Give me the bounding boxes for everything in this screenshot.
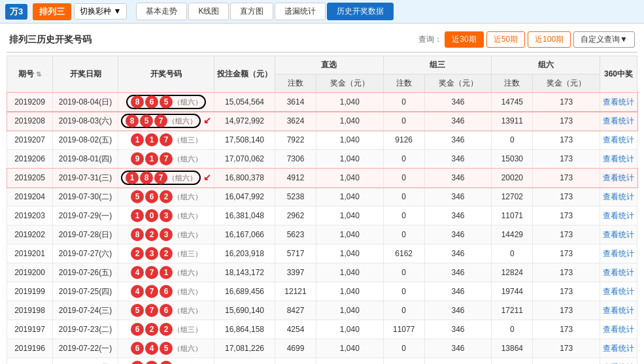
- view-stats-link[interactable]: 查看统计: [603, 287, 634, 296]
- cell-win[interactable]: 查看统计: [600, 263, 637, 282]
- number-ball: 2: [145, 323, 158, 336]
- cell-z6-zs: 14429: [492, 225, 533, 244]
- number-ball: 9: [160, 361, 173, 364]
- number-ball: 7: [160, 133, 173, 146]
- cell-z3-jj: 346: [424, 225, 492, 244]
- number-ball: 5: [131, 190, 144, 203]
- cell-number: 476（组六）: [118, 282, 214, 301]
- tab-kline[interactable]: K线图: [188, 3, 229, 20]
- group-label: （组三）: [173, 250, 202, 257]
- number-ball: 5: [131, 304, 144, 317]
- number-ball: 3: [160, 228, 173, 241]
- th-z6-jj: 奖金（元）: [533, 74, 600, 93]
- number-ball: 2: [131, 247, 144, 260]
- view-stats-link[interactable]: 查看统计: [603, 154, 634, 163]
- arrow-indicator: ↙: [203, 172, 211, 182]
- view-stats-link[interactable]: 查看统计: [603, 306, 634, 315]
- view-stats-link[interactable]: 查看统计: [603, 325, 634, 334]
- number-ball: 9: [131, 152, 144, 165]
- number-ball: 7: [154, 171, 167, 184]
- table-row: 2019207 2019-08-02(五) 117（组三） 17,508,140…: [7, 131, 637, 150]
- cell-win[interactable]: 查看统计: [600, 225, 637, 244]
- cell-z6-zs: 14745: [492, 93, 533, 112]
- cell-z3-zs: 0: [383, 207, 424, 225]
- view-stats-link[interactable]: 查看统计: [603, 97, 634, 107]
- cell-win[interactable]: 查看统计: [600, 207, 637, 225]
- cell-date: 2019-07-25(四): [53, 282, 118, 301]
- cell-win[interactable]: 查看统计: [600, 169, 637, 188]
- tab-history[interactable]: 历史开奖数据: [327, 3, 394, 20]
- cell-date: 2019-07-24(三): [53, 301, 118, 320]
- view-stats-link[interactable]: 查看统计: [603, 249, 634, 258]
- view-stats-link[interactable]: 查看统计: [603, 344, 634, 353]
- cell-zx-zs: 8427: [275, 301, 316, 320]
- group-label: （组六）: [173, 98, 202, 106]
- group-label: （组六）: [173, 212, 202, 220]
- cell-number: 576（组六）: [118, 301, 214, 320]
- view-stats-link[interactable]: 查看统计: [603, 268, 634, 277]
- view-stats-link[interactable]: 查看统计: [603, 192, 634, 201]
- cell-win[interactable]: 查看统计: [600, 112, 637, 131]
- cell-zx-zs: 7306: [275, 150, 316, 169]
- tab-bar: 基本走势 K线图 直方图 遗漏统计 历史开奖数据: [136, 3, 639, 20]
- cell-z6-jj: 173: [533, 339, 600, 358]
- cell-win[interactable]: 查看统计: [600, 93, 637, 112]
- cell-number: 103（组六）: [118, 207, 214, 225]
- cell-zx-jj: 1,040: [316, 112, 384, 131]
- custom-query-btn[interactable]: 自定义查询▼: [573, 31, 635, 48]
- cell-amount: 16,689,456: [214, 282, 275, 301]
- table-row: 2019197 2019-07-23(二) 622（组三） 16,864,158…: [7, 320, 637, 339]
- cell-win[interactable]: 查看统计: [600, 131, 637, 150]
- query-bar: 查询： 近30期 近50期 近100期 自定义查询▼: [418, 31, 635, 48]
- cell-period: 2019197: [7, 320, 53, 339]
- view-stats-link[interactable]: 查看统计: [603, 173, 634, 182]
- view-stats-link[interactable]: 查看统计: [603, 230, 634, 239]
- switch-lottery-dropdown[interactable]: 切换彩种 ▼: [74, 3, 127, 20]
- cell-date: 2019-07-26(五): [53, 263, 118, 282]
- group-label: （组六）: [173, 306, 202, 314]
- cell-win[interactable]: 查看统计: [600, 358, 637, 365]
- cell-number: 622（组三）: [118, 320, 214, 339]
- th-zhixuan: 直选: [275, 56, 384, 74]
- number-ball: 1: [126, 171, 139, 184]
- th-zusan: 组三: [383, 56, 492, 74]
- cell-win[interactable]: 查看统计: [600, 282, 637, 301]
- cell-z3-jj: 346: [424, 207, 492, 225]
- view-stats-link[interactable]: 查看统计: [603, 211, 634, 220]
- period-100-btn[interactable]: 近100期: [528, 31, 571, 48]
- cell-z6-zs: 12702: [492, 188, 533, 207]
- cell-z3-jj: 346: [424, 282, 492, 301]
- view-stats-link[interactable]: 查看统计: [603, 135, 634, 144]
- tab-missing[interactable]: 遗漏统计: [275, 3, 326, 20]
- view-stats-link[interactable]: 查看统计: [603, 116, 634, 125]
- cell-date: 2019-07-21(日): [53, 358, 118, 365]
- cell-win[interactable]: 查看统计: [600, 150, 637, 169]
- number-ball: 5: [140, 114, 153, 127]
- tab-histogram[interactable]: 直方图: [230, 3, 273, 20]
- cell-win[interactable]: 查看统计: [600, 339, 637, 358]
- number-ball: 7: [145, 266, 158, 279]
- cell-zx-jj: 1,040: [316, 188, 384, 207]
- tab-basic-trend[interactable]: 基本走势: [136, 3, 187, 20]
- period-30-btn[interactable]: 近30期: [445, 31, 483, 48]
- cell-z3-zs: 0: [383, 339, 424, 358]
- history-table: 期号 ⇅ 开奖日期 开奖号码 投注金额（元） 直选 组三 组六 360中奖 注数…: [7, 56, 637, 364]
- number-ball: 1: [131, 133, 144, 146]
- cell-amount: 16,167,066: [214, 225, 275, 244]
- cell-win[interactable]: 查看统计: [600, 301, 637, 320]
- cell-date: 2019-07-29(一): [53, 207, 118, 225]
- cell-zx-jj: 1,040: [316, 169, 384, 188]
- cell-z3-jj: 346: [424, 93, 492, 112]
- cell-win[interactable]: 查看统计: [600, 188, 637, 207]
- cell-period: 2019195: [7, 358, 53, 365]
- cell-period: 2019201: [7, 244, 53, 263]
- cell-z6-zs: 0: [492, 244, 533, 263]
- cell-number: 857（组六）↙: [118, 112, 214, 131]
- cell-z6-jj: 173: [533, 358, 600, 365]
- number-ball: 2: [160, 190, 173, 203]
- cell-z3-jj: 346: [424, 358, 492, 365]
- period-50-btn[interactable]: 近50期: [486, 31, 525, 48]
- cell-win[interactable]: 查看统计: [600, 244, 637, 263]
- table-header-row: 期号 ⇅ 开奖日期 开奖号码 投注金额（元） 直选 组三 组六 360中奖: [7, 56, 637, 74]
- cell-win[interactable]: 查看统计: [600, 320, 637, 339]
